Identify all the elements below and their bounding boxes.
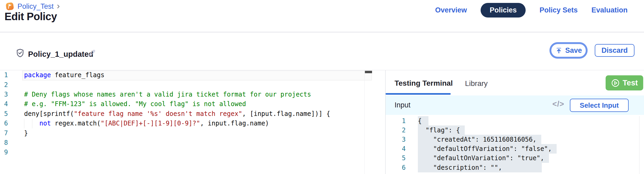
code-text: # e.g. "FFM-123" is allowed. "My cool fl… xyxy=(24,100,246,108)
json-text: "flag": { xyxy=(418,125,465,135)
edit-pencil-icon[interactable] xyxy=(87,49,96,58)
line-number: 7 xyxy=(0,129,8,137)
code-text: deny[sprintf("feature flag name '%s' doe… xyxy=(24,110,330,118)
json-scrollbar-track xyxy=(639,116,639,174)
code-line[interactable]: 7} xyxy=(0,128,372,138)
input-label: Input xyxy=(395,101,410,109)
page-title: Edit Policy xyxy=(5,11,57,23)
policy-name: Policy_1_updated xyxy=(28,50,93,59)
code-line[interactable]: 1package feature_flags xyxy=(0,70,372,80)
json-line[interactable]: 1{ xyxy=(386,116,644,125)
line-number: 2 xyxy=(386,127,406,134)
line-number: 3 xyxy=(0,91,8,98)
indent-guide xyxy=(32,119,32,128)
line-number: 6 xyxy=(386,164,406,171)
code-line[interactable]: 4# e.g. "FFM-123" is allowed. "My cool f… xyxy=(0,99,372,109)
tab-policy-sets[interactable]: Policy Sets xyxy=(539,6,578,14)
save-button-label: Save xyxy=(565,46,582,55)
header-divider xyxy=(0,32,644,32)
test-button-label: Test xyxy=(623,79,638,87)
editor-scrollbar-thumb[interactable] xyxy=(365,71,372,73)
rego-code-editor[interactable]: 1package feature_flags23# Deny flags who… xyxy=(0,70,372,174)
code-line[interactable]: 8 xyxy=(0,138,372,147)
code-text: # Deny flags whose names aren't a valid … xyxy=(24,91,311,98)
line-number: 3 xyxy=(386,136,406,143)
play-circle-icon xyxy=(611,79,620,88)
code-line[interactable]: 5deny[sprintf("feature flag name '%s' do… xyxy=(0,109,372,119)
code-text: package feature_flags xyxy=(24,71,104,79)
policy-flag-logo-icon xyxy=(5,2,14,11)
json-line[interactable]: 4 "defaultOffVariation": "false", xyxy=(386,144,644,154)
editor-scrollbar-track xyxy=(364,70,365,174)
code-line[interactable]: 2 xyxy=(0,80,372,89)
indent-guide xyxy=(24,119,24,128)
code-line[interactable]: 9 xyxy=(0,147,372,157)
line-number: 4 xyxy=(0,100,8,108)
tab-policies[interactable]: Policies xyxy=(481,3,526,18)
json-line[interactable]: 6 "description": "", xyxy=(386,163,644,172)
code-text: not regex.match("[ABC|DEF]+[-][1-9][0-9]… xyxy=(24,120,269,127)
input-bar: Input </> Select Input xyxy=(386,95,644,115)
code-text: } xyxy=(24,129,28,137)
test-button[interactable]: Test xyxy=(606,75,643,90)
json-text: "createdAt": 1651160816056, xyxy=(418,135,541,144)
save-button[interactable]: Save xyxy=(551,44,586,57)
chevron-right-icon: › xyxy=(57,2,60,10)
line-number: 4 xyxy=(386,145,406,153)
line-number: 2 xyxy=(0,81,8,89)
json-lines: 1{2 "flag": {3 "createdAt": 165116081605… xyxy=(386,116,644,172)
json-line[interactable]: 5 "defaultOnVariation": "true", xyxy=(386,154,644,163)
json-input-editor[interactable]: 1{2 "flag": {3 "createdAt": 165116081605… xyxy=(386,116,644,174)
line-number: 5 xyxy=(0,110,8,118)
line-number: 1 xyxy=(386,117,406,125)
tab-overview[interactable]: Overview xyxy=(435,6,467,14)
code-lines: 1package feature_flags23# Deny flags who… xyxy=(0,70,372,157)
json-text: "defaultOffVariation": "false", xyxy=(418,144,557,154)
code-view-icon[interactable]: </> xyxy=(552,100,564,108)
json-text: { xyxy=(418,116,428,126)
line-number: 9 xyxy=(0,149,8,156)
json-line[interactable]: 2 "flag": { xyxy=(386,125,644,135)
json-text: "description": "", xyxy=(418,163,542,172)
code-line[interactable]: 6 not regex.match("[ABC|DEF]+[-][1-9][0-… xyxy=(0,119,372,128)
line-number: 6 xyxy=(0,120,8,127)
nav-tabs: Overview Policies Policy Sets Evaluation xyxy=(435,3,628,17)
shield-check-icon xyxy=(15,48,25,58)
json-line[interactable]: 3 "createdAt": 1651160816056, xyxy=(386,135,644,144)
tab-library[interactable]: Library xyxy=(465,79,488,88)
tab-testing-terminal[interactable]: Testing Terminal xyxy=(395,79,453,88)
active-tab-underline xyxy=(386,93,451,95)
upload-arrow-icon xyxy=(555,47,563,54)
line-number: 1 xyxy=(0,71,8,79)
json-text: "defaultOnVariation": "true", xyxy=(418,153,549,163)
breadcrumb: Policy_Test › xyxy=(5,2,60,11)
line-number: 5 xyxy=(386,154,406,162)
select-input-button[interactable]: Select Input xyxy=(570,99,629,112)
discard-button[interactable]: Discard xyxy=(595,44,634,57)
code-line[interactable]: 3# Deny flags whose names aren't a valid… xyxy=(0,90,372,99)
breadcrumb-project-link[interactable]: Policy_Test xyxy=(17,2,54,11)
tab-evaluation[interactable]: Evaluation xyxy=(591,6,628,14)
line-number: 8 xyxy=(0,139,8,146)
